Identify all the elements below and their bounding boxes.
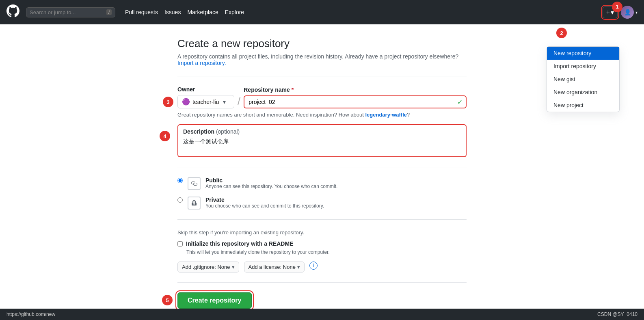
public-radio[interactable] [177,178,183,183]
license-label: Add a license: None [249,264,296,270]
slash-divider: / [238,95,240,108]
slash-badge: / [106,9,112,15]
private-text: Private You choose who can see and commi… [205,197,324,209]
license-chevron: ▾ [297,264,300,270]
step1-circle: 1 [612,2,622,12]
description-section: Description (optional) 这是一个测试仓库 [177,124,467,157]
owner-repo-section: 3 Owner 🟣 teacher-liu ▾ / Repository nam… [177,86,467,108]
public-label: Public [205,177,337,184]
owner-icon: 🟣 [182,98,190,106]
public-icon [188,177,201,190]
info-icon[interactable]: i [309,262,318,270]
required-asterisk: * [292,86,294,93]
new-project-item[interactable]: New project [547,99,619,112]
new-repository-item[interactable]: New repository [547,47,619,60]
page-subtitle: A repository contains all project files,… [177,53,467,66]
hint-text: Great repository names are short and mem… [177,112,467,118]
gitignore-select[interactable]: Add .gitignore: None ▾ [177,262,239,272]
marketplace-link[interactable]: Marketplace [187,9,218,15]
step2-circle: 2 [556,28,567,38]
repo-name-field-group: Repository name * ✓ [244,86,467,108]
create-repository-button[interactable]: Create repository [177,292,252,309]
divider3 [177,219,467,220]
private-option: Private You choose who can see and commi… [177,197,467,210]
navbar: / Pull requests Issues Marketplace Explo… [0,0,644,24]
private-icon [188,197,201,210]
avatar-chevron: ▾ [635,10,638,15]
avatar: 👤 [621,6,634,19]
owner-value: teacher-liu [192,99,219,105]
github-logo[interactable] [6,4,19,20]
create-btn-container: 5 Create repository [177,292,252,309]
step3-circle: 3 [163,97,173,107]
owner-repo-row: Owner 🟣 teacher-liu ▾ / Repository name … [177,86,467,108]
repo-name-label: Repository name * [244,86,467,93]
navbar-right: 1 + ▾ 👤 ▾ [603,6,638,19]
subtitle-text: A repository contains all project files,… [177,53,458,60]
plus-icon: + [606,9,610,16]
search-box[interactable]: / [26,7,115,17]
selects-row: Add .gitignore: None ▾ Add a license: No… [177,262,467,272]
init-section: Skip this step if you're importing an ex… [177,229,467,255]
pull-requests-link[interactable]: Pull requests [125,9,158,15]
check-icon: ✓ [457,98,462,106]
divider [177,76,467,76]
bottom-url: https://github.com/new [6,311,55,317]
skip-text: Skip this step if you're importing an ex… [177,229,467,236]
import-link[interactable]: Import a repository. [177,60,226,66]
bottom-csdn: CSDN @SY_0410 [597,311,638,317]
visibility-section: Public Anyone can see this repository. Y… [177,177,467,210]
owner-label: Owner [177,86,234,93]
owner-select[interactable]: 🟣 teacher-liu ▾ [177,95,234,108]
step5-circle: 5 [162,295,173,305]
description-input[interactable]: 这是一个测试仓库 [178,136,466,155]
import-repository-item[interactable]: Import repository [547,60,619,73]
new-organization-item[interactable]: New organization [547,86,619,99]
private-label: Private [205,197,324,203]
gitignore-label: Add .gitignore: None [182,264,230,270]
repo-name-input[interactable] [244,95,467,108]
new-gist-item[interactable]: New gist [547,73,619,86]
public-text: Public Anyone can see this repository. Y… [205,177,337,189]
avatar-button[interactable]: 👤 ▾ [621,6,638,19]
suggestion-link[interactable]: legendary-waffle [365,112,407,118]
gitignore-chevron: ▾ [232,264,235,270]
page-title: Create a new repository [177,37,467,50]
private-desc: You choose who can see and commit to thi… [205,203,324,209]
search-input[interactable] [30,9,106,15]
init-checkbox[interactable] [177,241,183,246]
public-desc: Anyone can see this repository. You choo… [205,184,337,189]
repo-name-field: ✓ [244,95,467,108]
bottom-bar: https://github.com/new CSDN @SY_0410 [0,309,644,320]
init-row: Initialize this repository with a README [177,240,467,247]
init-label: Initialize this repository with a README [186,240,293,247]
init-desc: This will let you immediately clone the … [186,249,467,255]
owner-chevron: ▾ [223,99,226,105]
form-container: Create a new repository A repository con… [168,37,476,309]
description-wrapper: 4 Description (optional) 这是一个测试仓库 [177,124,467,157]
divider4 [177,282,467,283]
step4-circle: 4 [160,131,170,141]
plus-button-wrapper: 1 + ▾ [603,6,618,18]
owner-field-group: Owner 🟣 teacher-liu ▾ [177,86,234,108]
issues-link[interactable]: Issues [164,9,181,15]
explore-link[interactable]: Explore [225,9,244,15]
license-select[interactable]: Add a license: None ▾ [244,262,305,272]
divider2 [177,167,467,167]
nav-links: Pull requests Issues Marketplace Explore [125,9,244,15]
description-label: Description (optional) [178,125,466,136]
private-radio[interactable] [177,197,183,203]
public-option: Public Anyone can see this repository. Y… [177,177,467,190]
dropdown-menu: New repository Import repository New gis… [547,46,620,112]
